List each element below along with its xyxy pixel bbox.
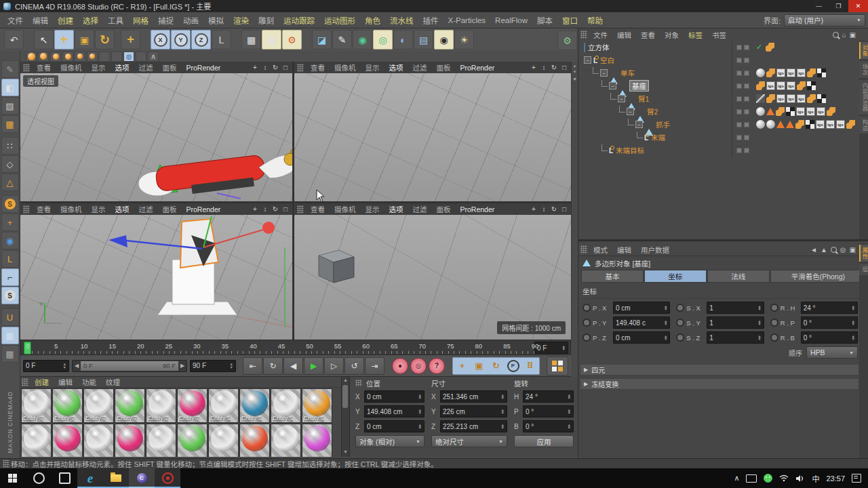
keyframe-options-button[interactable]: ? [429,358,445,374]
recorder-taskbar-button[interactable] [155,468,180,488]
add-light-icon[interactable]: ☀ [454,30,474,49]
keyframe-radio[interactable] [583,319,591,327]
visibility-render-dot[interactable] [744,58,749,63]
robot-arm-model[interactable] [115,139,292,201]
coord-field-尺寸-X[interactable]: 251.346 cm▲▼ [440,390,507,403]
search-icon[interactable] [833,32,839,38]
cube-model[interactable] [311,243,358,285]
key-pla-button[interactable]: ⠿ [521,359,538,373]
igs-tag-icon[interactable]: igs [787,68,795,77]
viewport-canvas[interactable] [294,73,571,201]
material-thumbnail[interactable] [83,424,114,457]
coord-field-尺寸-Z[interactable]: 225.213 cm▲▼ [440,420,507,432]
om-menu-标签[interactable]: 标签 [684,30,707,40]
igs-tag-icon[interactable]: igs [797,94,806,103]
checker-tag-icon[interactable] [786,107,795,116]
object-label[interactable]: 末端目标 [616,145,644,155]
object-row-立方体[interactable]: 立方体✓ [578,41,859,54]
om-menu-对象[interactable]: 对象 [660,30,684,40]
igs-tag-icon[interactable]: igs [776,68,785,77]
render-picture-viewer-icon[interactable]: ▦ [262,30,281,49]
tab-基本[interactable]: 基本 [581,270,644,283]
keyframe-radio[interactable] [676,319,684,327]
menu-插件[interactable]: 插件 [418,13,443,28]
viewport-menu-prorender[interactable]: ProRender [456,205,499,214]
visibility-dots[interactable] [732,66,749,79]
wechat-tray-icon[interactable] [764,474,772,483]
igs-tag-icon[interactable]: igs [776,81,785,90]
viewport-canvas[interactable]: 透视视图 [20,73,292,201]
rotate-view-icon[interactable]: ↻ [271,64,279,71]
tab-法线[interactable]: 法线 [707,270,770,283]
material-menu-编辑[interactable]: 编辑 [54,377,77,387]
viewport-right[interactable]: 查看摄像机显示选项过滤面板ProRender+↕↻□ [20,203,292,340]
object-label[interactable]: 基座 [629,80,649,92]
rotate-view-icon[interactable]: ↻ [550,64,558,71]
menu-编辑[interactable]: 编辑 [28,13,53,28]
visibility-render-dot[interactable] [744,45,749,50]
render-settings-icon[interactable]: ⚙ [282,30,302,49]
material-thumbnail[interactable] [115,424,145,457]
start-frame-field[interactable]: 0 F▲▼ [23,360,69,372]
coord-field-尺寸-Y[interactable]: 226 cm▲▼ [440,405,507,418]
expand-toggle[interactable]: – [609,82,616,89]
keyframe-radio[interactable] [676,304,684,312]
volume-icon[interactable] [795,474,805,483]
rotate-view-icon[interactable]: ↻ [550,205,558,213]
palette-icon-10[interactable]: ∧ [148,52,159,62]
visibility-render-dot[interactable] [744,122,749,127]
attr-field-R . H[interactable]: 24 °▲▼ [801,302,858,314]
timeline-ruler[interactable]: 0 F▲▼ 0510152025303540455055606570758085… [20,340,571,355]
expand-toggle[interactable]: – [627,108,634,115]
material-thumbnail[interactable]: Entity 5 [208,388,239,423]
igs-tag-icon[interactable]: igs [816,120,825,129]
explorer-taskbar-button[interactable] [103,468,129,488]
add-floor-icon[interactable]: ▤ [414,30,433,49]
phong-tag-icon[interactable] [766,43,774,52]
igs-tag-icon[interactable]: igs [836,120,845,129]
range-inner[interactable]: 0 F90 F [81,361,178,371]
object-row-基座[interactable]: –基座igsigsigs [578,79,859,92]
menu-RealFlow[interactable]: RealFlow [490,14,532,26]
igs-tag-icon[interactable]: igs [816,107,825,116]
visibility-dots[interactable] [732,54,749,66]
palette-icon-8[interactable]: ◍ [123,52,134,62]
palette-icon-1[interactable] [38,52,49,62]
object-row-空白[interactable]: –L空白 [578,54,859,66]
palette-icon-5[interactable] [87,52,98,62]
attr-menu-编辑[interactable]: 编辑 [612,245,636,255]
menu-动画[interactable]: 动画 [178,13,203,28]
range-left-arrow[interactable]: ◀ [73,363,81,369]
viewport-menu-显示[interactable]: 显示 [87,62,110,73]
size-mode-dropdown[interactable]: 绝对尺寸▼ [431,435,507,447]
coord-field-旋转-H[interactable]: 24 °▲▼ [523,390,574,403]
viewport-canvas[interactable]: Y [20,215,292,340]
autokey-button[interactable]: ◎ [410,358,427,374]
start-button[interactable] [0,468,26,488]
om-menu-编辑[interactable]: 编辑 [612,30,636,40]
material-menu-功能[interactable]: 功能 [77,377,101,387]
close-button[interactable]: ✕ [848,0,868,12]
coord-field-位置-Z[interactable]: 0 cm▲▼ [364,420,425,432]
visibility-editor-dot[interactable] [736,45,742,50]
coord-field-旋转-B[interactable]: 0 °▲▼ [523,420,574,432]
material-thumbnail[interactable]: Entity 5 [302,388,332,423]
attr-field-R . P[interactable]: 0 °▲▼ [801,317,858,329]
menu-脚本[interactable]: 脚本 [532,13,557,28]
object-row-臂1[interactable]: –臂1igsigsigs [578,92,859,105]
attr-field-S . Y[interactable]: 1▲▼ [707,317,764,329]
sphere-tag-icon[interactable] [756,68,765,77]
texture-mode-icon[interactable]: ▨ [1,97,19,115]
viewport-menu-prorender[interactable]: ProRender [456,63,499,73]
section-四元[interactable]: ▶四元 [580,364,859,375]
menu-运动跟踪[interactable]: 运动跟踪 [279,13,319,28]
maximize-view-icon[interactable]: □ [560,64,568,71]
phong-tag-icon[interactable] [807,94,816,103]
add-spline-pen-icon[interactable]: ✎ [332,30,352,49]
section-冻结变换[interactable]: ▶冻结变换 [580,378,859,390]
points-mode-icon[interactable]: ∷ [1,137,19,155]
keyframe-radio[interactable] [583,333,591,342]
viewport-menu-过滤[interactable]: 过滤 [135,203,157,215]
magnet-tool-icon[interactable]: U [1,308,19,326]
igs-tag-icon[interactable]: igs [806,107,815,116]
